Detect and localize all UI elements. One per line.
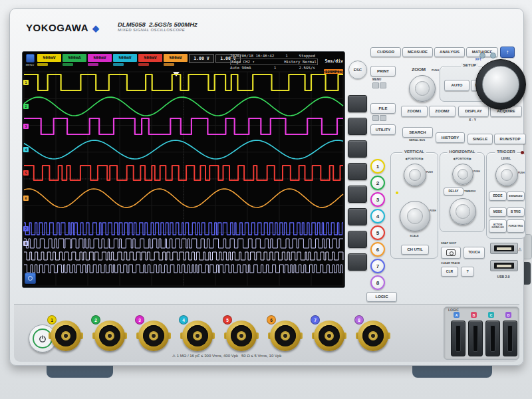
bnc-hole (239, 334, 243, 338)
snap-shot-button[interactable] (441, 247, 461, 259)
channel-badge-6[interactable]: 500mV (164, 54, 188, 66)
measure-button[interactable]: MEASURE (402, 47, 433, 57)
file-button[interactable]: FILE (370, 103, 396, 114)
logic-pod-panel: LOGIC ABCD (444, 307, 519, 360)
logic-pod-A (451, 321, 466, 356)
trigger-title: TRIGGER (495, 150, 517, 154)
channel-badge-value: 500mV (113, 54, 137, 62)
vertical-position-knob[interactable] (404, 164, 426, 186)
soft-key-8[interactable] (348, 253, 367, 271)
action-gonogo-button[interactable]: ACTION GO/NO-GO (489, 219, 507, 233)
horizontal-position-knob[interactable] (452, 164, 473, 185)
printer-icon (372, 82, 379, 88)
channel-button-5[interactable]: 5 (370, 225, 385, 240)
clr-button[interactable]: CLR (441, 267, 458, 277)
channel-badge-2[interactable]: 500mA (63, 54, 86, 66)
channel-button-2[interactable]: 2 (370, 176, 385, 190)
trigger-group: TRIGGER LEVEL PUSH EDGE ENHANCED MODE B … (486, 152, 526, 239)
bnc-channel-tag-8: 8 (354, 315, 364, 325)
trigger-mode-button[interactable]: MODE (489, 207, 507, 217)
save-media-icon (380, 115, 386, 121)
channel-button-8[interactable]: 8 (370, 275, 385, 290)
channel-button-3[interactable]: 3 (370, 192, 385, 207)
channel-marker-2: 2 (23, 104, 29, 109)
zoom1-button[interactable]: ZOOM1 (401, 106, 428, 117)
snap-shot-label: SNAP SHOT (441, 241, 456, 245)
screen-display[interactable]: MENU 500mV500mA500mV500mV500mV500mV1.00 … (22, 51, 345, 288)
logic-button[interactable]: LOGIC (366, 292, 397, 302)
zoom-knob-label: ZOOM (412, 67, 426, 72)
bnc-input-ch2: 2 (94, 321, 125, 351)
soft-key-1[interactable] (348, 95, 367, 112)
zoom-knob[interactable] (409, 75, 436, 102)
waveform-area (23, 70, 344, 287)
vertical-scale-knob[interactable] (400, 201, 430, 231)
delay-button[interactable]: DELAY (444, 188, 464, 196)
logic-pod-tag-D: D (505, 312, 511, 318)
channel-badge-5[interactable]: 500mV (138, 54, 162, 66)
product-photo-stage: YOKOGAWA◆ DLM5058 2.5GS/s 500MHz MIXED S… (0, 0, 532, 399)
soft-key-6[interactable] (348, 208, 367, 225)
touch-shortcut-icon[interactable] (25, 273, 36, 284)
cursor-button[interactable]: CURSOR (370, 47, 401, 57)
channel-badge-7[interactable]: 1.00 V (189, 54, 214, 66)
channel-button-4[interactable]: 4 (370, 209, 385, 223)
ch-util-button[interactable]: CH UTIL (401, 245, 429, 255)
display-button[interactable]: DISPLAY (458, 106, 489, 117)
soft-key-2[interactable] (348, 118, 367, 135)
utility-button[interactable]: UTILITY (370, 124, 396, 135)
zoom-push-label: PUSH (432, 68, 439, 72)
search-button[interactable]: SEARCH (402, 127, 433, 138)
enhanced-button[interactable]: ENHANCED (507, 192, 525, 201)
history-button[interactable]: HISTORY (436, 132, 465, 143)
channel-button-7[interactable]: 7 (370, 259, 385, 273)
auto-setup-button[interactable]: AUTO (444, 80, 469, 91)
time-div-label: TIME/DIV (464, 190, 475, 193)
trigger-level-knob[interactable] (495, 164, 518, 186)
horizontal-position-label: ◀ POSITION ▶ (440, 157, 484, 160)
logic-pod-tag-B: B (471, 312, 477, 318)
edge-button[interactable]: EDGE (489, 192, 507, 201)
time-div-knob[interactable] (450, 198, 476, 225)
bnc-hole (108, 334, 112, 338)
channel-badge-value: 500mV (37, 54, 61, 62)
print-button[interactable]: PRINT (370, 66, 396, 76)
soft-key-7[interactable] (348, 231, 367, 248)
vertical-position-push: PUSH (426, 171, 433, 174)
probe-comp-tab (523, 234, 532, 259)
screen-menu-button[interactable]: MENU (24, 54, 36, 66)
soft-key-3[interactable] (348, 140, 367, 158)
bnc-input-ch6: 6 (270, 321, 301, 351)
horizontal-group: HORIZONTAL ◀ POSITION ▶ PUSH DELAY TIME/… (440, 152, 485, 232)
channel-badge-value: 1.00 V (189, 54, 214, 63)
channel-button-6[interactable]: 6 (370, 242, 385, 257)
media-icon (380, 82, 386, 88)
soft-key-4[interactable] (348, 163, 367, 180)
zoom2-button[interactable]: ZOOM2 (429, 106, 456, 117)
channel-button-1[interactable]: 1 (370, 159, 385, 174)
help-button[interactable]: ? (461, 267, 474, 277)
status-time-div: 5ms/div (324, 59, 343, 64)
force-trig-button[interactable]: FORCE TRIG (507, 219, 525, 233)
shift-key[interactable]: ↑ (500, 47, 515, 58)
status-sample-rate: 2.5GS/s (299, 65, 315, 70)
channel-badge-1[interactable]: 500mV (37, 54, 61, 66)
vertical-position-label: ◀ POSITION ▶ (391, 157, 438, 160)
brand-diamond-icon: ◆ (92, 23, 100, 33)
bnc-input-ch3: 3 (138, 321, 169, 351)
touch-button[interactable]: TOUCH (464, 247, 485, 259)
channel-subchip (138, 63, 149, 66)
jog-shuttle-knob[interactable] (475, 59, 526, 110)
bnc-hole (196, 334, 200, 338)
status-history-mode: History Normal (284, 59, 317, 65)
single-button[interactable]: SINGLE (467, 134, 493, 144)
run-stop-button[interactable]: RUN/STOP (494, 134, 526, 144)
usb-label: USB 2.0 (490, 275, 517, 279)
channel-badge-4[interactable]: 500mV (113, 54, 137, 66)
b-trig-button[interactable]: B TRIG (507, 207, 525, 217)
vertical-scale-label: SCALE (391, 234, 438, 237)
esc-button[interactable]: ESC (348, 61, 367, 79)
analysis-button[interactable]: ANALYSIS (434, 47, 465, 57)
soft-key-5[interactable] (348, 186, 367, 203)
channel-badge-3[interactable]: 500mV (88, 54, 112, 66)
